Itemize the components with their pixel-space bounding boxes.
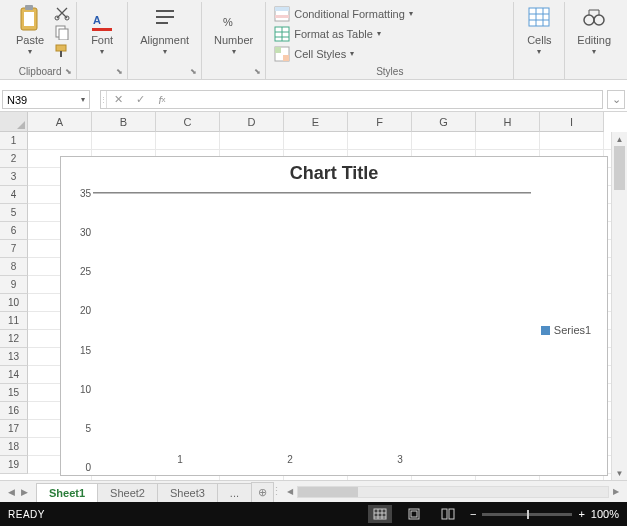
format-as-table-button[interactable]: Format as Table▾ <box>272 26 415 42</box>
vertical-scrollbar[interactable]: ▲▼ <box>611 132 627 480</box>
cut-icon[interactable] <box>54 5 70 21</box>
binoculars-icon <box>581 4 607 32</box>
number-dialog-launcher[interactable]: ⬊ <box>251 65 263 77</box>
row-header[interactable]: 9 <box>0 276 28 294</box>
percent-icon: % <box>221 4 247 32</box>
sheet-tab-more[interactable]: ... <box>217 483 252 502</box>
row-header[interactable]: 19 <box>0 456 28 474</box>
svg-rect-16 <box>275 47 281 53</box>
row-header[interactable]: 7 <box>0 240 28 258</box>
editing-button[interactable]: Editing▾ <box>571 2 617 58</box>
zoom-level[interactable]: 100% <box>591 508 619 520</box>
chart-x-axis: 123 <box>125 454 455 465</box>
worksheet-grid: ABCDEFGHI 12345678910111213141516171819 … <box>0 112 627 480</box>
zoom-out-button[interactable]: − <box>470 508 476 520</box>
column-header[interactable]: E <box>284 112 348 132</box>
row-header[interactable]: 13 <box>0 348 28 366</box>
column-header[interactable]: B <box>92 112 156 132</box>
page-break-view-button[interactable] <box>436 505 460 523</box>
zoom-in-button[interactable]: + <box>578 508 584 520</box>
column-header[interactable]: D <box>220 112 284 132</box>
sheet-tab-1[interactable]: Sheet1 <box>36 483 98 502</box>
conditional-formatting-label: Conditional Formatting <box>294 8 405 20</box>
ribbon-group-font: A Font▾ ⬊ <box>77 2 128 79</box>
column-header[interactable]: F <box>348 112 412 132</box>
sheet-tab-2[interactable]: Sheet2 <box>97 483 158 502</box>
row-header[interactable]: 14 <box>0 366 28 384</box>
row-header[interactable]: 17 <box>0 420 28 438</box>
conditional-formatting-icon <box>274 6 290 22</box>
row-header[interactable]: 10 <box>0 294 28 312</box>
row-header[interactable]: 6 <box>0 222 28 240</box>
row-header[interactable]: 15 <box>0 384 28 402</box>
alignment-dialog-launcher[interactable]: ⬊ <box>187 65 199 77</box>
sheet-tab-bar: ◀ ▶ Sheet1 Sheet2 Sheet3 ... ⊕ ⋮ ◀▶ <box>0 480 627 502</box>
row-header[interactable]: 5 <box>0 204 28 222</box>
paste-button[interactable]: Paste ▾ <box>10 2 50 58</box>
column-header[interactable]: G <box>412 112 476 132</box>
chart-title[interactable]: Chart Title <box>61 157 607 190</box>
cell-styles-button[interactable]: Cell Styles▾ <box>272 46 415 62</box>
cells-area[interactable]: Chart Title 05101520253035 123 Series1 <box>28 132 611 480</box>
copy-icon[interactable] <box>54 24 70 40</box>
row-header[interactable]: 3 <box>0 168 28 186</box>
ribbon: Paste ▾ Clipboard ⬊ A Font▾ ⬊ Alig <box>0 0 627 80</box>
svg-text:%: % <box>223 16 233 28</box>
row-header[interactable]: 2 <box>0 150 28 168</box>
zoom-slider[interactable] <box>482 513 572 516</box>
ribbon-group-number: % Number▾ ⬊ <box>202 2 266 79</box>
ribbon-group-cells: Cells▾ <box>514 2 565 79</box>
expand-formula-bar[interactable]: ⌄ <box>607 90 625 109</box>
normal-view-button[interactable] <box>368 505 392 523</box>
tab-nav-next[interactable]: ▶ <box>21 487 28 497</box>
svg-rect-6 <box>59 29 68 40</box>
svg-rect-12 <box>275 7 289 11</box>
fx-button[interactable]: fx <box>151 94 173 106</box>
select-all-corner[interactable] <box>0 112 28 132</box>
font-dialog-launcher[interactable]: ⬊ <box>113 65 125 77</box>
table-icon <box>274 26 290 42</box>
horizontal-scrollbar[interactable]: ◀▶ <box>279 481 627 502</box>
row-headers[interactable]: 12345678910111213141516171819 <box>0 132 28 480</box>
clipboard-dialog-launcher[interactable]: ⬊ <box>62 65 74 77</box>
tab-nav-prev[interactable]: ◀ <box>8 487 15 497</box>
row-header[interactable]: 11 <box>0 312 28 330</box>
row-header[interactable]: 1 <box>0 132 28 150</box>
row-header[interactable]: 12 <box>0 330 28 348</box>
page-layout-view-button[interactable] <box>402 505 426 523</box>
cell-styles-icon <box>274 46 290 62</box>
svg-rect-7 <box>56 45 66 51</box>
svg-point-19 <box>584 15 594 25</box>
conditional-formatting-button[interactable]: Conditional Formatting▾ <box>272 6 415 22</box>
column-headers[interactable]: ABCDEFGHI <box>28 112 611 132</box>
legend-swatch <box>541 326 550 335</box>
svg-rect-9 <box>92 28 112 31</box>
formula-bar: N39 ▾ ⋮ ✕ ✓ fx ⌄ <box>0 88 627 112</box>
cells-button[interactable]: Cells▾ <box>520 2 558 58</box>
sheet-tab-3[interactable]: Sheet3 <box>157 483 218 502</box>
row-header[interactable]: 4 <box>0 186 28 204</box>
name-box-value: N39 <box>7 94 27 106</box>
column-header[interactable]: I <box>540 112 604 132</box>
alignment-button[interactable]: Alignment▾ <box>134 2 195 58</box>
cells-icon <box>526 4 552 32</box>
column-header[interactable]: A <box>28 112 92 132</box>
column-header[interactable]: C <box>156 112 220 132</box>
svg-rect-2 <box>24 12 34 26</box>
formula-input[interactable] <box>173 94 602 106</box>
column-header[interactable]: H <box>476 112 540 132</box>
number-button[interactable]: % Number▾ <box>208 2 259 58</box>
alignment-label: Alignment <box>140 34 189 46</box>
row-header[interactable]: 8 <box>0 258 28 276</box>
font-button[interactable]: A Font▾ <box>83 2 121 58</box>
chart-legend[interactable]: Series1 <box>531 193 601 467</box>
ribbon-group-clipboard: Paste ▾ Clipboard ⬊ <box>4 2 77 79</box>
cancel-formula-button[interactable]: ✕ <box>107 93 129 106</box>
name-box[interactable]: N39 ▾ <box>2 90 90 109</box>
row-header[interactable]: 18 <box>0 438 28 456</box>
row-header[interactable]: 16 <box>0 402 28 420</box>
embedded-chart[interactable]: Chart Title 05101520253035 123 Series1 <box>60 156 608 476</box>
status-bar: READY − + 100% <box>0 502 627 526</box>
format-painter-icon[interactable] <box>54 43 70 59</box>
enter-formula-button[interactable]: ✓ <box>129 93 151 106</box>
